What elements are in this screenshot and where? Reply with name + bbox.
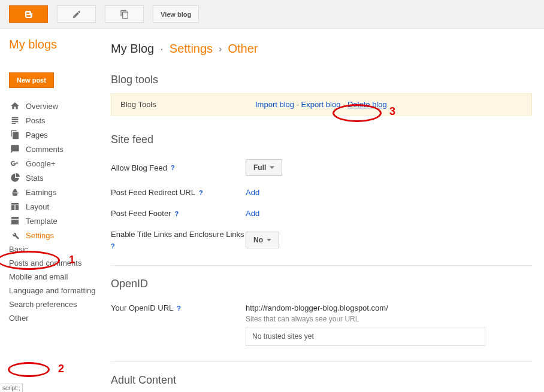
- breadcrumb-sep: ›: [219, 44, 222, 54]
- chevron-down-icon: [270, 166, 274, 169]
- openid-url-value: http://random-blogger-blog.blogspot.com/: [246, 303, 485, 312]
- sidebar-item-template[interactable]: Template: [9, 214, 105, 228]
- sidebar-nav: Overview Posts Pages Comments Google+ St…: [9, 99, 105, 242]
- allow-blog-feed-row: Allow Blog Feed ? Full: [111, 153, 532, 182]
- sidebar-item-posts[interactable]: Posts: [9, 113, 105, 127]
- sidebar-item-settings[interactable]: Settings: [9, 228, 105, 242]
- sidebar-item-label: Stats: [26, 174, 44, 183]
- trusted-sites-box: No trusted sites yet: [246, 327, 485, 346]
- breadcrumb-blog-name: My Blog: [111, 42, 154, 56]
- sidebar-title: My blogs: [9, 38, 105, 51]
- status-corner: script:;: [0, 384, 23, 387]
- breadcrumb-settings[interactable]: Settings: [170, 42, 213, 56]
- title-links-row: Enable Title Links and Enclosure Links ?…: [111, 224, 532, 256]
- import-blog-link[interactable]: Import blog: [255, 100, 294, 109]
- chevron-down-icon: [267, 239, 271, 241]
- sidebar-sub-posts-comments[interactable]: Posts and comments: [9, 256, 105, 270]
- sidebar-item-label: Comments: [26, 145, 64, 154]
- sidebar: My blogs New post Overview Posts Pages C…: [0, 29, 105, 387]
- sidebar-sub-basic[interactable]: Basic: [9, 242, 105, 256]
- export-blog-link[interactable]: Export blog: [301, 100, 341, 109]
- sidebar-item-label: Template: [26, 217, 58, 226]
- earnings-icon: [9, 187, 21, 197]
- title-links-label: Enable Title Links and Enclosure Links: [111, 230, 244, 239]
- help-icon[interactable]: ?: [111, 242, 115, 250]
- post-feed-footer-label: Post Feed Footer: [111, 209, 171, 218]
- post-feed-footer-add[interactable]: Add: [246, 209, 259, 218]
- dash-sep: -: [294, 100, 301, 109]
- blog-tools-label: Blog Tools: [120, 100, 255, 109]
- openid-url-row: Your OpenID URL ? http://random-blogger-…: [111, 297, 532, 352]
- breadcrumb-dot: ·: [160, 42, 164, 56]
- breadcrumb-other: Other: [228, 42, 258, 56]
- help-icon[interactable]: ?: [171, 164, 175, 171]
- breadcrumb: My Blog · Settings › Other: [111, 42, 532, 56]
- main-content: My Blog · Settings › Other Blog tools Bl…: [105, 29, 544, 387]
- post-feed-redirect-label: Post Feed Redirect URL: [111, 188, 195, 197]
- section-adult-content-heading: Adult Content: [111, 374, 532, 387]
- template-icon: [9, 216, 21, 226]
- title-links-select[interactable]: No: [246, 232, 279, 248]
- blogger-home-button[interactable]: [9, 5, 48, 23]
- home-icon: [9, 101, 21, 111]
- annotation-circle-2: [8, 362, 50, 377]
- wrench-icon: [9, 230, 21, 240]
- section-site-feed-heading: Site feed: [111, 133, 532, 146]
- sidebar-item-label: Settings: [26, 231, 54, 240]
- top-toolbar: View blog: [0, 0, 544, 29]
- sidebar-item-label: Posts: [26, 116, 46, 125]
- new-post-button[interactable]: New post: [9, 72, 54, 88]
- annotation-number-2: 2: [58, 363, 64, 375]
- allow-blog-feed-select[interactable]: Full: [246, 159, 282, 176]
- layout-icon: [9, 202, 21, 211]
- sidebar-sub-mobile-email[interactable]: Mobile and email: [9, 270, 105, 284]
- view-blog-button[interactable]: View blog: [153, 5, 199, 23]
- sidebar-item-label: Overview: [26, 102, 58, 111]
- sidebar-item-overview[interactable]: Overview: [9, 99, 105, 113]
- sidebar-item-layout[interactable]: Layout: [9, 199, 105, 214]
- sidebar-sub-other[interactable]: Other: [9, 311, 105, 325]
- sidebar-item-label: Layout: [26, 202, 49, 211]
- divider: [111, 265, 532, 266]
- sidebar-item-pages[interactable]: Pages: [9, 127, 105, 142]
- openid-sites-text: Sites that can always see your URL: [246, 315, 485, 323]
- help-icon[interactable]: ?: [177, 305, 181, 312]
- blog-tools-row: Blog Tools Import blog - Export blog - D…: [111, 93, 532, 116]
- title-links-value: No: [253, 236, 263, 244]
- settings-submenu: Basic Posts and comments Mobile and emai…: [9, 242, 105, 325]
- sidebar-item-googleplus[interactable]: Google+: [9, 156, 105, 171]
- sidebar-item-stats[interactable]: Stats: [9, 171, 105, 185]
- sidebar-item-label: Pages: [26, 130, 48, 139]
- googleplus-icon: [9, 159, 21, 168]
- stats-icon: [9, 173, 21, 183]
- sidebar-sub-search-preferences[interactable]: Search preferences: [9, 297, 105, 311]
- pencil-icon: [72, 10, 81, 19]
- section-openid-heading: OpenID: [111, 278, 532, 290]
- divider: [111, 361, 532, 362]
- sidebar-item-comments[interactable]: Comments: [9, 142, 105, 156]
- blog-tools-links: Import blog - Export blog - Delete blog: [255, 100, 387, 109]
- help-icon[interactable]: ?: [199, 189, 203, 196]
- section-blog-tools-heading: Blog tools: [111, 74, 532, 86]
- posts-icon: [9, 116, 21, 125]
- delete-blog-link[interactable]: Delete blog: [347, 100, 387, 109]
- copy-icon: [120, 10, 129, 19]
- sidebar-item-label: Google+: [26, 159, 56, 168]
- sidebar-item-earnings[interactable]: Earnings: [9, 185, 105, 199]
- help-icon[interactable]: ?: [174, 210, 179, 217]
- blogger-b-icon: [24, 10, 34, 19]
- comment-icon: [9, 144, 21, 154]
- pages-icon: [9, 130, 21, 139]
- allow-blog-feed-label: Allow Blog Feed: [111, 163, 167, 172]
- sidebar-item-label: Earnings: [26, 188, 56, 197]
- sidebar-sub-language-formatting[interactable]: Language and formatting: [9, 284, 105, 297]
- dash-sep: -: [340, 100, 347, 109]
- post-feed-footer-row: Post Feed Footer ? Add: [111, 203, 532, 224]
- post-feed-redirect-row: Post Feed Redirect URL ? Add: [111, 182, 532, 203]
- post-feed-redirect-add[interactable]: Add: [246, 188, 259, 197]
- openid-url-label: Your OpenID URL: [111, 303, 173, 312]
- allow-blog-feed-value: Full: [253, 163, 266, 172]
- compose-button[interactable]: [57, 5, 96, 23]
- posts-list-button[interactable]: [105, 5, 144, 23]
